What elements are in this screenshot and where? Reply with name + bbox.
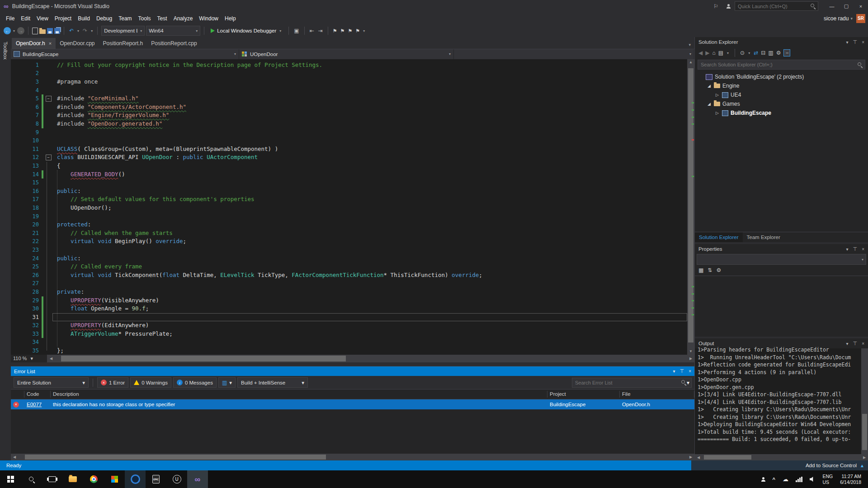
close-icon[interactable]: × [862, 247, 864, 252]
document-tab[interactable]: PositionReport.cpp [147, 38, 201, 49]
breakpoint-margin[interactable] [11, 338, 23, 347]
header-project[interactable]: Project [547, 391, 620, 398]
save-icon[interactable] [47, 28, 53, 34]
error-row[interactable]: ×E0077this declaration has no storage cl… [11, 399, 694, 409]
new-file-icon[interactable] [32, 28, 38, 34]
menu-debug[interactable]: Debug [93, 14, 115, 23]
code-line-35[interactable]: 35}; [11, 347, 687, 354]
code-line-7[interactable]: 7#include "Engine/TriggerVolume.h" [11, 111, 687, 120]
object-dropdown[interactable]: ▾ [697, 254, 866, 265]
menu-tools[interactable]: Tools [135, 14, 154, 23]
hidden-icons-chevron[interactable]: ^ [769, 477, 779, 482]
previous-bookmark-icon[interactable]: ⚑ [340, 28, 346, 34]
document-tab[interactable]: OpenDoor.cpp [56, 38, 99, 49]
start-debugging-button[interactable]: Local Windows Debugger ▾ [208, 26, 285, 36]
code-line-1[interactable]: 1// Fill out your copyright notice in th… [11, 61, 687, 70]
output-log[interactable]: 1>Parsing headers for BuildingEscapeEdit… [695, 346, 861, 454]
header-severity[interactable] [11, 391, 24, 398]
code-line-5[interactable]: 5−#include "CoreMinimal.h" [11, 94, 687, 103]
zoom-dropdown[interactable]: 110 % ▾ [11, 355, 47, 363]
fold-margin[interactable]: − [44, 94, 52, 103]
close-icon[interactable]: × [689, 369, 691, 374]
tree-item[interactable]: ▷BuildingEscape [695, 108, 868, 117]
breakpoint-margin[interactable] [11, 288, 23, 296]
navigate-forward-doc-icon[interactable]: ⇥ [317, 28, 324, 34]
preview-selected-items-icon[interactable]: − [783, 49, 790, 56]
code-line-17[interactable]: 17 // Sets default values for this compo… [11, 195, 687, 204]
error-list-title-bar[interactable]: Error List ▾ ⊤ × [11, 366, 694, 376]
navigate-back-caret-icon[interactable]: ▾ [13, 29, 15, 33]
breakpoint-margin[interactable] [11, 111, 23, 120]
scrollbar-thumb[interactable] [61, 356, 346, 362]
add-to-source-control-button[interactable]: Add to Source Control ▲ [691, 460, 868, 470]
breakpoint-margin[interactable] [11, 313, 23, 322]
scrollbar-thumb[interactable] [862, 414, 867, 450]
properties-icon[interactable]: ⚙ [776, 50, 781, 56]
code-line-14[interactable]: 14 GENERATED_BODY() [11, 170, 687, 179]
scroll-up-icon[interactable]: ▲ [689, 59, 693, 66]
toolbar-overflow-icon[interactable]: ▾ [363, 29, 365, 33]
scroll-left-icon[interactable]: ◀ [695, 455, 702, 460]
code-line-28[interactable]: 28private: [11, 288, 687, 296]
tree-item[interactable]: ◢Engine [695, 81, 868, 90]
close-icon[interactable]: × [49, 41, 52, 46]
scrollbar-track[interactable] [55, 355, 687, 363]
avatar[interactable]: SR [856, 14, 865, 23]
errors-toggle[interactable]: × 1 Error [97, 377, 128, 388]
breakpoint-margin[interactable] [11, 128, 23, 137]
code-line-19[interactable]: 19 [11, 212, 687, 221]
menu-build[interactable]: Build [75, 14, 93, 23]
visual-studio-button[interactable]: ∞ [187, 470, 208, 488]
code-line-21[interactable]: 21 // Called when the game starts [11, 229, 687, 238]
quick-launch-input[interactable] [737, 3, 810, 9]
menu-project[interactable]: Project [52, 14, 75, 23]
menu-window[interactable]: Window [196, 14, 222, 23]
breakpoint-margin[interactable] [11, 237, 23, 246]
breakpoint-margin[interactable] [11, 78, 23, 86]
toggle-bookmark-icon[interactable]: ⚑ [332, 28, 338, 34]
scroll-left-icon[interactable]: ◀ [11, 455, 18, 459]
code-line-31[interactable]: 31 [11, 313, 687, 322]
panel-splitter[interactable] [11, 362, 694, 366]
code-line-10[interactable]: 10 [11, 136, 687, 145]
breakpoint-margin[interactable] [11, 94, 23, 103]
breakpoint-margin[interactable] [11, 178, 23, 187]
close-button[interactable]: × [854, 0, 868, 12]
redo-caret-icon[interactable]: ▾ [91, 29, 93, 33]
expand-arrow-icon[interactable]: ▷ [715, 93, 720, 97]
breakpoint-margin[interactable] [11, 103, 23, 112]
menu-view[interactable]: View [33, 14, 52, 23]
property-pages-icon[interactable]: ⚙ [716, 267, 721, 273]
task-view-button[interactable] [42, 470, 62, 488]
clock[interactable]: 11:27 AM 6/14/2018 [836, 474, 866, 485]
scroll-left-icon[interactable]: ◀ [47, 357, 55, 361]
sync-with-active-document-icon[interactable]: ⇄ [754, 50, 758, 56]
breakpoint-margin[interactable] [11, 254, 23, 263]
undo-icon[interactable]: ↶ [68, 28, 75, 34]
microsoft-store-button[interactable] [104, 470, 125, 488]
code-line-9[interactable]: 9 [11, 128, 687, 137]
breakpoint-margin[interactable] [11, 145, 23, 154]
type-dropdown[interactable]: UOpenDoor ▾ [239, 49, 454, 59]
fold-margin[interactable]: − [44, 153, 52, 162]
breakpoint-margin[interactable] [11, 136, 23, 145]
filter-button[interactable]: ▥ ▾ [218, 377, 236, 388]
scroll-right-icon[interactable]: ▶ [687, 357, 694, 361]
minimize-button[interactable]: — [825, 0, 839, 12]
scrollbar-track[interactable] [687, 66, 694, 348]
scope-dropdown[interactable]: Entire Solution ▾ [14, 377, 89, 388]
panel-tab[interactable]: Team Explorer [743, 232, 784, 242]
onedrive-cloud-icon[interactable]: ☁ [783, 476, 788, 483]
error-code-link[interactable]: E0077 [24, 402, 51, 407]
code-line-29[interactable]: 29 UPROPERTY(VisibleAnywhere) [11, 296, 687, 305]
code-line-12[interactable]: 12−class BUILDINGESCAPE_API UOpenDoor : … [11, 153, 687, 162]
output-horizontal-scrollbar[interactable]: ◀ ▶ [695, 454, 868, 460]
breakpoint-margin[interactable] [11, 221, 23, 229]
solution-platforms-dropdown[interactable]: Win64 ▾ [146, 26, 200, 36]
notifications-flag-icon[interactable]: ⚐ [713, 3, 718, 9]
pending-changes-filter-icon[interactable]: ⊙ [740, 50, 745, 56]
scroll-right-icon[interactable]: ▶ [687, 455, 694, 459]
people-icon[interactable] [758, 477, 769, 482]
chrome-button[interactable] [83, 470, 104, 488]
breakpoint-margin[interactable] [11, 330, 23, 338]
